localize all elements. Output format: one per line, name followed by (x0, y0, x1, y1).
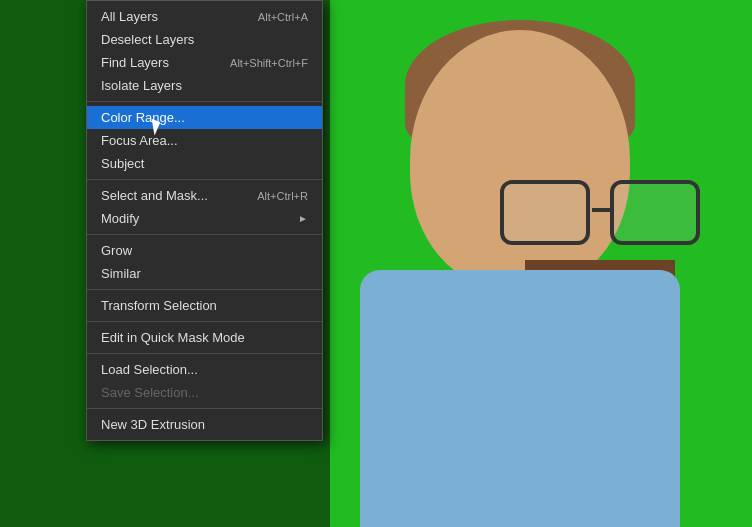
menu-item-similar-label: Similar (101, 266, 141, 281)
separator-1 (87, 101, 322, 102)
menu-item-deselect-layers-label: Deselect Layers (101, 32, 194, 47)
menu-item-isolate-layers[interactable]: Isolate Layers (87, 74, 322, 97)
menu-item-focus-area-label: Focus Area... (101, 133, 178, 148)
menu-item-focus-area[interactable]: Focus Area... (87, 129, 322, 152)
menu-item-all-layers-shortcut: Alt+Ctrl+A (258, 11, 308, 23)
separator-6 (87, 353, 322, 354)
menu-item-color-range-label: Color Range... (101, 110, 185, 125)
menu-item-new-3d-extrusion-label: New 3D Extrusion (101, 417, 205, 432)
menu-item-save-selection-label: Save Selection... (101, 385, 199, 400)
menu-item-find-layers-label: Find Layers (101, 55, 169, 70)
menu-item-select-and-mask[interactable]: Select and Mask... Alt+Ctrl+R (87, 184, 322, 207)
menu-item-edit-quick-mask[interactable]: Edit in Quick Mask Mode (87, 326, 322, 349)
menu-item-find-layers[interactable]: Find Layers Alt+Shift+Ctrl+F (87, 51, 322, 74)
menu-item-transform-selection-label: Transform Selection (101, 298, 217, 313)
menu-item-all-layers-label: All Layers (101, 9, 158, 24)
menu-item-new-3d-extrusion[interactable]: New 3D Extrusion (87, 413, 322, 436)
menu-item-find-layers-shortcut: Alt+Shift+Ctrl+F (230, 57, 308, 69)
menu-item-isolate-layers-label: Isolate Layers (101, 78, 182, 93)
menu-item-grow-label: Grow (101, 243, 132, 258)
glasses-bridge (592, 208, 612, 212)
separator-5 (87, 321, 322, 322)
menu-item-similar[interactable]: Similar (87, 262, 322, 285)
person-head (410, 30, 630, 290)
menu-item-load-selection[interactable]: Load Selection... (87, 358, 322, 381)
separator-7 (87, 408, 322, 409)
menu-item-deselect-layers[interactable]: Deselect Layers (87, 28, 322, 51)
submenu-arrow-icon: ► (298, 213, 308, 224)
person-area (330, 0, 752, 527)
glasses-right (610, 180, 700, 245)
separator-3 (87, 234, 322, 235)
menu-item-color-range[interactable]: Color Range... (87, 106, 322, 129)
menu-item-edit-quick-mask-label: Edit in Quick Mask Mode (101, 330, 245, 345)
menu-item-select-and-mask-shortcut: Alt+Ctrl+R (257, 190, 308, 202)
person-body (360, 270, 680, 527)
menu-item-subject-label: Subject (101, 156, 144, 171)
separator-2 (87, 179, 322, 180)
menu-item-select-and-mask-label: Select and Mask... (101, 188, 208, 203)
menu-item-all-layers[interactable]: All Layers Alt+Ctrl+A (87, 5, 322, 28)
menu-item-save-selection[interactable]: Save Selection... (87, 381, 322, 404)
menu-item-grow[interactable]: Grow (87, 239, 322, 262)
glasses-left (500, 180, 590, 245)
menu-item-subject[interactable]: Subject (87, 152, 322, 175)
menu-item-transform-selection[interactable]: Transform Selection (87, 294, 322, 317)
menu-item-modify[interactable]: Modify ► (87, 207, 322, 230)
separator-4 (87, 289, 322, 290)
menu-item-modify-label: Modify (101, 211, 139, 226)
menu-item-load-selection-label: Load Selection... (101, 362, 198, 377)
select-menu-dropdown: All Layers Alt+Ctrl+A Deselect Layers Fi… (86, 0, 323, 441)
